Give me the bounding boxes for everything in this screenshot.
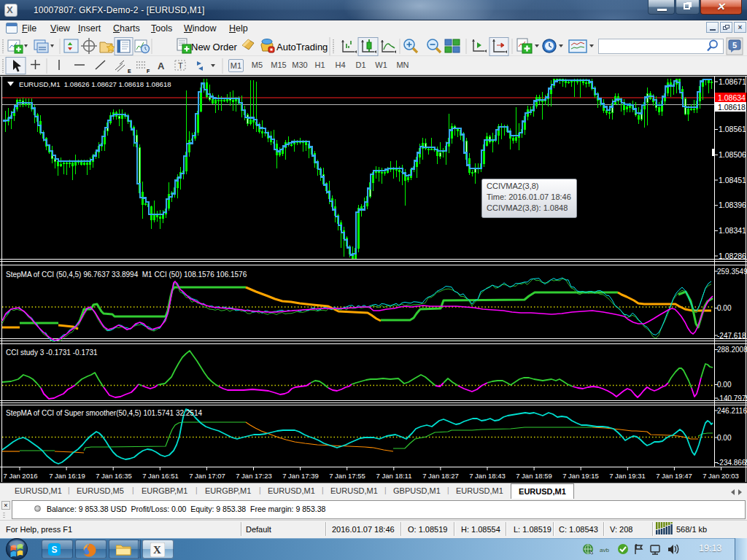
svg-text:X: X: [153, 544, 161, 556]
svg-text:246.2116: 246.2116: [717, 407, 747, 415]
svg-text:StepMA of CCI of Super smoothe: StepMA of CCI of Super smoother(50,4,5) …: [6, 409, 202, 417]
svg-text:A: A: [158, 61, 165, 71]
svg-text:7 Jan 18:59: 7 Jan 18:59: [516, 472, 552, 480]
svg-text:1.08671: 1.08671: [719, 77, 746, 86]
svg-text:1.08618: 1.08618: [718, 103, 746, 112]
svg-text:7 Jan 17:39: 7 Jan 17:39: [282, 472, 319, 480]
svg-text:Time: 2016.01.07 18:46: Time: 2016.01.07 18:46: [487, 192, 571, 201]
svg-text:0.00: 0.00: [717, 304, 732, 312]
svg-text:259.3549: 259.3549: [717, 268, 747, 276]
svg-text:CCI study 3 -0.1731 -0.1731: CCI study 3 -0.1731 -0.1731: [6, 349, 98, 357]
svg-text:1.08561: 1.08561: [719, 125, 746, 133]
svg-text:7 Jan 19:31: 7 Jan 19:31: [609, 472, 646, 480]
svg-text:7 Jan 16:35: 7 Jan 16:35: [96, 472, 132, 480]
svg-text:1.08634: 1.08634: [718, 93, 746, 102]
svg-text:7 Jan 17:07: 7 Jan 17:07: [189, 472, 225, 480]
svg-text:CCIVMA2(3,8): 1.0848: CCIVMA2(3,8): 1.0848: [487, 203, 568, 212]
svg-text:7 Jan 18:43: 7 Jan 18:43: [469, 472, 506, 480]
svg-text:7 Jan 16:51: 7 Jan 16:51: [142, 472, 179, 480]
svg-text:1.08341: 1.08341: [719, 226, 746, 235]
svg-text:7 Jan 17:23: 7 Jan 17:23: [236, 472, 272, 480]
svg-text:7 Jan 19:47: 7 Jan 19:47: [656, 472, 692, 480]
svg-text:-234.8665: -234.8665: [717, 459, 747, 467]
svg-text:T: T: [178, 61, 183, 70]
svg-text:7 Jan 18:11: 7 Jan 18:11: [376, 472, 412, 480]
svg-text:StepMA of CCI (50,4,5) 96.7637: StepMA of CCI (50,4,5) 96.7637 33.8994 M…: [6, 271, 247, 279]
svg-text:7 Jan 16:19: 7 Jan 16:19: [49, 472, 85, 480]
svg-text:1.08286: 1.08286: [719, 252, 746, 260]
svg-text:7 Jan 2016: 7 Jan 2016: [3, 472, 37, 480]
svg-text:1.08396: 1.08396: [719, 201, 746, 209]
svg-text:F: F: [147, 69, 150, 74]
svg-text:5: 5: [732, 41, 737, 50]
svg-text:CCIVMA2(3,8): CCIVMA2(3,8): [487, 182, 539, 190]
svg-text:0.00: 0.00: [717, 381, 732, 389]
svg-text:avb: avb: [600, 547, 609, 553]
svg-text:7 Jan 17:55: 7 Jan 17:55: [329, 472, 365, 480]
svg-text:S: S: [52, 545, 58, 555]
svg-text:7 Jan 18:27: 7 Jan 18:27: [422, 472, 459, 480]
svg-text:E: E: [128, 69, 131, 74]
svg-text:1.08506: 1.08506: [719, 150, 746, 159]
svg-text:1.08451: 1.08451: [719, 176, 746, 184]
svg-text:0.00: 0.00: [717, 434, 732, 442]
svg-text:7 Jan 20:03: 7 Jan 20:03: [703, 472, 739, 480]
svg-text:7 Jan 19:15: 7 Jan 19:15: [562, 472, 599, 480]
svg-text:-247.618: -247.618: [717, 332, 746, 340]
svg-text:EURUSD,M1 1.08626 1.08627 1.0: EURUSD,M1 1.08626 1.08627 1.08618 1.0861…: [19, 80, 171, 88]
svg-text:-140.7975: -140.7975: [717, 394, 747, 402]
svg-text:288.2008: 288.2008: [717, 346, 747, 354]
